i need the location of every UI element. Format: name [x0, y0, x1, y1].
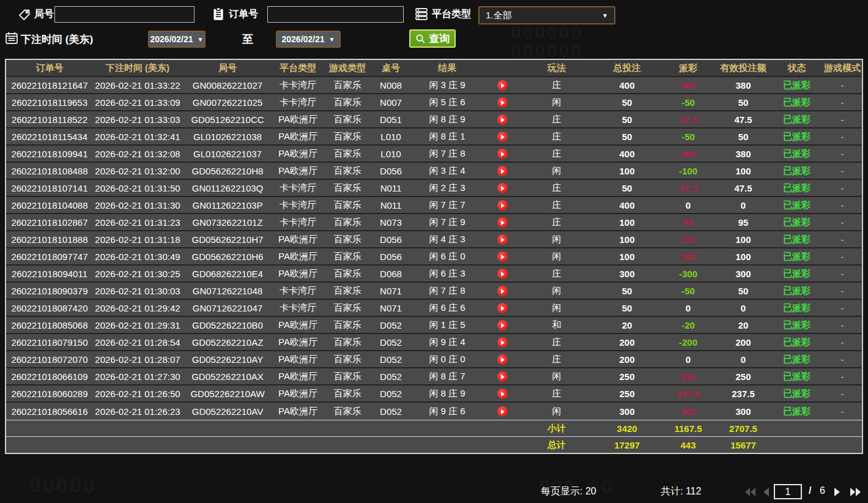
play-video-button[interactable] [497, 149, 508, 159]
platform-type-select[interactable]: 1.全部 ▼ [478, 6, 615, 24]
play-type-cell: 闲 [520, 251, 593, 263]
table-no-cell: D052 [372, 354, 410, 365]
table-row: 2602210181196532026-02-21 01:33:09GN0072… [6, 94, 862, 111]
payout-cell: 47.5 [661, 183, 716, 193]
status-cell: 已派彩 [771, 80, 823, 91]
table-row: 2602210180566162026-02-21 01:26:23GD0522… [6, 403, 862, 420]
game-type-cell: 百家乐 [323, 285, 372, 297]
play-icon [501, 357, 505, 362]
order-id-cell: 260221018104088 [6, 200, 93, 211]
table-row: 2602210181185222026-02-21 01:33:03GD0512… [6, 111, 862, 129]
table-no-cell: D056 [372, 234, 410, 245]
total-bet-cell: 250 [593, 371, 661, 382]
status-cell: 已派彩 [771, 302, 823, 314]
platform-type-cell: 卡卡湾厅 [273, 217, 323, 228]
bet-time-cell: 2026-02-21 01:33:03 [93, 114, 182, 125]
play-video-button[interactable] [497, 320, 508, 330]
order-number-input[interactable] [267, 6, 404, 23]
status-cell: 已派彩 [771, 199, 823, 211]
play-icon [501, 323, 505, 328]
status-cell: 已派彩 [771, 406, 823, 417]
game-mode-cell: - [823, 183, 862, 193]
game-mode-cell: - [823, 97, 862, 108]
order-id-cell: 260221018107141 [6, 183, 93, 193]
platform-type-label: 平台类型 [432, 8, 471, 21]
play-video-button[interactable] [497, 200, 508, 211]
game-mode-cell: - [823, 371, 862, 382]
platform-type-cell: 卡卡湾厅 [273, 285, 323, 297]
play-video-button[interactable] [497, 252, 508, 262]
game-type-cell: 百家乐 [323, 251, 372, 263]
date-from-picker[interactable]: 2026/02/21▼ [148, 31, 206, 48]
bet-time-cell: 2026-02-21 01:27:30 [93, 371, 182, 382]
date-to-picker[interactable]: 2026/02/21▼ [276, 31, 341, 48]
table-header-row: 订单号下注时间 (美东)局号平台类型游戏类型桌号结果玩法总投注派彩有效投注额状态… [6, 60, 862, 77]
search-button[interactable]: 查询 [409, 29, 456, 48]
valid-bet-cell: 47.5 [716, 114, 771, 125]
game-type-cell: 百家乐 [323, 217, 372, 228]
game-mode-cell: - [823, 80, 862, 91]
total-bet-cell: 400 [593, 80, 661, 91]
play-video-button[interactable] [497, 337, 508, 348]
valid-bet-cell: 95 [716, 217, 771, 228]
play-video-button[interactable] [497, 217, 508, 228]
payout-cell: 380 [661, 80, 716, 91]
round-number-input[interactable] [54, 6, 195, 23]
first-page-button[interactable] [744, 486, 757, 497]
play-icon [501, 409, 505, 414]
play-video-button[interactable] [497, 166, 508, 176]
play-video-button[interactable] [497, 389, 508, 399]
next-page-button[interactable] [834, 486, 841, 497]
play-video-button[interactable] [497, 234, 508, 245]
total-bet-cell: 50 [593, 303, 661, 313]
play-video-button[interactable] [497, 354, 508, 365]
status-cell: 已派彩 [771, 114, 823, 125]
play-video-button[interactable] [497, 406, 508, 417]
play-video-button[interactable] [497, 97, 508, 108]
subtotal-total-bet: 3420 [593, 423, 661, 434]
payout-cell: 300 [661, 406, 716, 417]
valid-bet-cell: 200 [716, 337, 771, 348]
valid-bet-cell: 250 [716, 371, 771, 382]
table-no-cell: D052 [372, 320, 410, 330]
game-type-cell: 百家乐 [323, 337, 372, 348]
play-type-cell: 闲 [520, 285, 593, 297]
result-cell: 闲 7 庄 9 [410, 217, 484, 228]
bet-time-cell: 2026-02-21 01:31:23 [93, 217, 182, 228]
play-video-button[interactable] [497, 371, 508, 382]
total-bet-cell: 300 [593, 269, 661, 279]
column-header-game-type: 游戏类型 [323, 62, 372, 74]
play-video-button[interactable] [497, 114, 508, 125]
platform-type-cell: PA欧洲厅 [273, 251, 323, 263]
play-video-button[interactable] [497, 132, 508, 142]
play-video-button[interactable] [497, 269, 508, 279]
play-video-button[interactable] [497, 286, 508, 296]
platform-type-cell: PA欧洲厅 [273, 114, 323, 125]
platform-type-cell: 卡卡湾厅 [273, 182, 323, 194]
column-header-round-no: 局号 [182, 62, 273, 74]
total-bet-cell: 100 [593, 252, 661, 262]
table-no-cell: N011 [372, 200, 410, 211]
prev-page-button[interactable] [762, 486, 770, 497]
table-no-cell: D056 [372, 166, 410, 176]
last-page-button[interactable] [849, 486, 862, 497]
game-type-cell: 百家乐 [323, 97, 372, 108]
page-number-input[interactable]: 1 [774, 484, 802, 499]
order-id-cell: 260221018121647 [6, 80, 93, 91]
order-id-cell: 260221018090379 [6, 286, 93, 296]
game-type-cell: 百家乐 [323, 302, 372, 314]
background-watermark: 00000 [29, 476, 97, 494]
play-icon [501, 169, 505, 174]
valid-bet-cell: 0 [716, 354, 771, 365]
play-video-button[interactable] [497, 80, 508, 91]
table-row: 2602210180874202026-02-21 01:29:42GN0712… [6, 300, 862, 317]
column-header-bet-time: 下注时间 (美东) [93, 62, 182, 74]
valid-bet-cell: 0 [716, 303, 771, 313]
round-no-cell: GL01026221038 [182, 132, 273, 142]
table-no-cell: D052 [372, 337, 410, 348]
result-cell: 闲 9 庄 6 [410, 406, 484, 417]
table-no-cell: L010 [372, 132, 410, 142]
play-video-button[interactable] [497, 183, 508, 193]
play-video-button[interactable] [497, 303, 508, 313]
calendar-icon [5, 31, 18, 45]
